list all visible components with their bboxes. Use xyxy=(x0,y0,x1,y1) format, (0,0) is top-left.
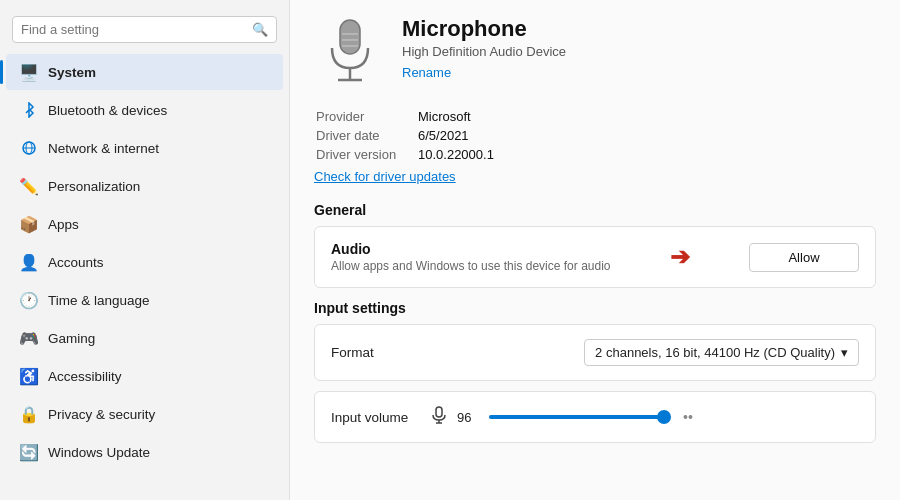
gaming-icon: 🎮 xyxy=(20,329,38,347)
volume-slider-thumb xyxy=(657,410,671,424)
format-value: 2 channels, 16 bit, 44100 Hz (CD Quality… xyxy=(595,345,835,360)
sidebar-item-privacy[interactable]: 🔒 Privacy & security xyxy=(6,396,283,432)
format-dropdown[interactable]: 2 channels, 16 bit, 44100 Hz (CD Quality… xyxy=(584,339,859,366)
sidebar-item-update[interactable]: 🔄 Windows Update xyxy=(6,434,283,470)
privacy-icon: 🔒 xyxy=(20,405,38,423)
audio-card-row: Audio Allow apps and Windows to use this… xyxy=(331,241,859,273)
audio-card: Audio Allow apps and Windows to use this… xyxy=(314,226,876,288)
audio-card-left: Audio Allow apps and Windows to use this… xyxy=(331,241,611,273)
sidebar-item-time[interactable]: 🕐 Time & language xyxy=(6,282,283,318)
chevron-down-icon: ▾ xyxy=(841,345,848,360)
input-settings-section: Input settings Format 2 channels, 16 bit… xyxy=(314,300,876,443)
sidebar: 🔍 🖥️ System Bluetooth & devices Network … xyxy=(0,0,290,500)
arrow-right-icon: ➔ xyxy=(670,243,690,271)
sidebar-item-network[interactable]: Network & internet xyxy=(6,130,283,166)
volume-label: Input volume xyxy=(331,410,421,425)
general-section: General Audio Allow apps and Windows to … xyxy=(314,202,876,288)
personalization-icon: ✏️ xyxy=(20,177,38,195)
format-label: Format xyxy=(331,345,374,360)
sidebar-label-time: Time & language xyxy=(48,293,150,308)
general-title: General xyxy=(314,202,876,218)
svg-rect-9 xyxy=(436,407,442,417)
sidebar-label-network: Network & internet xyxy=(48,141,159,156)
system-icon: 🖥️ xyxy=(20,63,38,81)
main-content: Microphone High Definition Audio Device … xyxy=(290,0,900,500)
allow-button[interactable]: Allow xyxy=(749,243,859,272)
volume-end-dots: •• xyxy=(683,409,693,425)
rename-link[interactable]: Rename xyxy=(402,65,451,80)
volume-mic-icon xyxy=(431,406,447,428)
driver-version-label: Driver version xyxy=(316,146,416,163)
sidebar-label-apps: Apps xyxy=(48,217,79,232)
format-card: Format 2 channels, 16 bit, 44100 Hz (CD … xyxy=(314,324,876,381)
accessibility-icon: ♿ xyxy=(20,367,38,385)
sidebar-item-bluetooth[interactable]: Bluetooth & devices xyxy=(6,92,283,128)
sidebar-label-accessibility: Accessibility xyxy=(48,369,122,384)
audio-card-desc: Allow apps and Windows to use this devic… xyxy=(331,259,611,273)
svg-rect-3 xyxy=(340,20,360,54)
network-icon xyxy=(20,139,38,157)
device-details: Provider Microsoft Driver date 6/5/2021 … xyxy=(314,106,876,184)
bluetooth-icon xyxy=(20,101,38,119)
sidebar-item-personalization[interactable]: ✏️ Personalization xyxy=(6,168,283,204)
microphone-image xyxy=(314,16,386,88)
provider-value: Microsoft xyxy=(418,108,494,125)
sidebar-item-system[interactable]: 🖥️ System xyxy=(6,54,283,90)
volume-slider[interactable] xyxy=(489,415,669,419)
sidebar-label-update: Windows Update xyxy=(48,445,150,460)
sidebar-item-accessibility[interactable]: ♿ Accessibility xyxy=(6,358,283,394)
volume-value: 96 xyxy=(457,410,479,425)
sidebar-item-accounts[interactable]: 👤 Accounts xyxy=(6,244,283,280)
volume-row: Input volume 96 •• xyxy=(331,406,859,428)
settings-window: 🔍 🖥️ System Bluetooth & devices Network … xyxy=(0,0,900,500)
sidebar-label-gaming: Gaming xyxy=(48,331,95,346)
volume-card: Input volume 96 •• xyxy=(314,391,876,443)
driver-date-value: 6/5/2021 xyxy=(418,127,494,144)
search-bar[interactable]: 🔍 xyxy=(12,16,277,43)
search-input[interactable] xyxy=(21,22,252,37)
provider-label: Provider xyxy=(316,108,416,125)
audio-card-title: Audio xyxy=(331,241,611,257)
check-driver-link[interactable]: Check for driver updates xyxy=(314,169,456,184)
input-settings-title: Input settings xyxy=(314,300,876,316)
sidebar-item-gaming[interactable]: 🎮 Gaming xyxy=(6,320,283,356)
device-name: Microphone xyxy=(402,16,566,42)
sidebar-label-privacy: Privacy & security xyxy=(48,407,155,422)
volume-slider-fill xyxy=(489,415,659,419)
device-info: Microphone High Definition Audio Device … xyxy=(402,16,566,81)
device-header: Microphone High Definition Audio Device … xyxy=(314,16,876,88)
sidebar-label-system: System xyxy=(48,65,96,80)
driver-date-label: Driver date xyxy=(316,127,416,144)
update-icon: 🔄 xyxy=(20,443,38,461)
sidebar-label-personalization: Personalization xyxy=(48,179,140,194)
search-icon: 🔍 xyxy=(252,22,268,37)
sidebar-item-apps[interactable]: 📦 Apps xyxy=(6,206,283,242)
apps-icon: 📦 xyxy=(20,215,38,233)
format-row: Format 2 channels, 16 bit, 44100 Hz (CD … xyxy=(331,339,859,366)
sidebar-label-accounts: Accounts xyxy=(48,255,104,270)
sidebar-label-bluetooth: Bluetooth & devices xyxy=(48,103,167,118)
driver-version-value: 10.0.22000.1 xyxy=(418,146,494,163)
accounts-icon: 👤 xyxy=(20,253,38,271)
device-subtitle: High Definition Audio Device xyxy=(402,44,566,59)
time-icon: 🕐 xyxy=(20,291,38,309)
